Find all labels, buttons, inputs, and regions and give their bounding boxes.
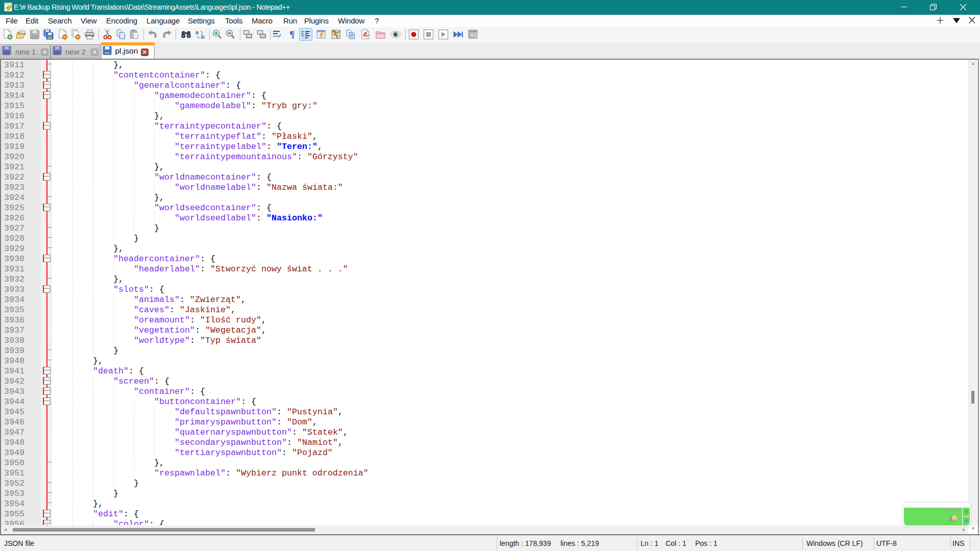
svg-text:¶: ¶ [289, 29, 295, 40]
svg-text:a: a [195, 29, 199, 35]
